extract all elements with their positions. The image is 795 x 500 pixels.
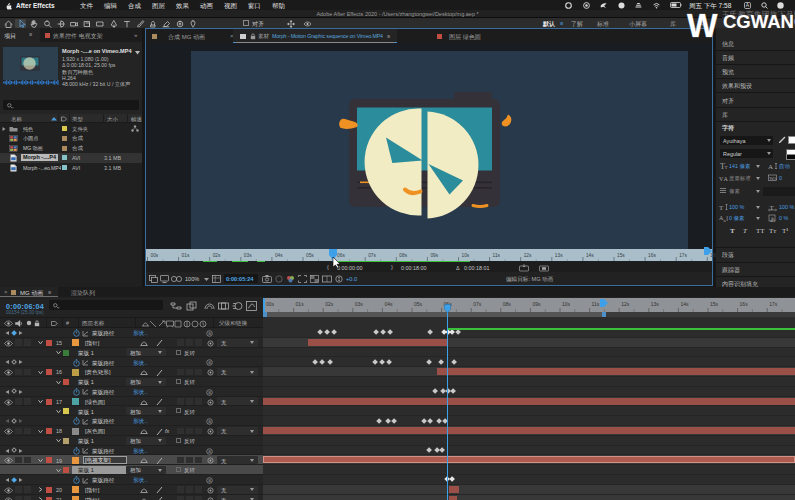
tab-mg-close-icon[interactable]: × <box>4 289 8 295</box>
layer-duration-bar-19[interactable] <box>263 456 795 463</box>
project-item-label[interactable] <box>62 165 67 170</box>
layer-switch-cell-1[interactable] <box>177 398 184 405</box>
layer-label-square[interactable] <box>46 340 52 346</box>
tab-mg-menu-icon[interactable]: ≡ <box>48 289 51 295</box>
layer-switch-cell-1[interactable] <box>177 486 184 493</box>
layer-label-square[interactable] <box>46 369 52 375</box>
kf-nav-diamond[interactable] <box>11 359 17 365</box>
layer-duration-bar-16[interactable] <box>437 368 795 375</box>
mask-invert-checkbox[interactable] <box>176 350 181 355</box>
layer-solo-cell[interactable] <box>24 428 31 435</box>
layer-switch-cell-2[interactable] <box>186 428 193 435</box>
kf-nav-diamond[interactable] <box>11 477 17 483</box>
project-row-纯色[interactable]: 纯色文件夹 <box>0 124 142 134</box>
fill-color-swatch[interactable] <box>788 136 795 144</box>
align-checkbox[interactable] <box>243 20 249 26</box>
all-caps-button[interactable]: TT <box>756 227 765 235</box>
zoom-level-value[interactable]: 100% <box>185 276 199 282</box>
mask-label-square[interactable] <box>63 379 69 385</box>
layer-label-square[interactable] <box>46 399 52 405</box>
layer-solo-cell[interactable] <box>24 457 31 464</box>
layer-label-square[interactable] <box>46 457 52 463</box>
tab-effect-controls[interactable]: 效果控件 电视支架 <box>53 32 103 41</box>
layer-label-square[interactable] <box>46 497 52 500</box>
leading-value[interactable]: 自动 <box>779 163 790 170</box>
layer-switch-cell-1[interactable] <box>177 339 184 346</box>
project-row-Morph -...eo.MP4[interactable]: Morph -...eo.MP4AVI3.1 MB <box>0 163 142 173</box>
mask-label-square[interactable] <box>63 350 69 356</box>
tab-layer[interactable]: 图层 绿色圆 <box>449 33 481 42</box>
layer-row-left-16[interactable]: 20[指针]无 <box>0 485 263 495</box>
layer-switch-cell-3[interactable] <box>195 496 202 500</box>
column-size-label[interactable]: 大小 <box>107 116 118 123</box>
layer-row-left-1[interactable]: 15[指针]无 <box>0 338 263 348</box>
layer-solo-cell[interactable] <box>24 496 31 500</box>
layer-solo-cell[interactable] <box>24 369 31 376</box>
layer-audio-cell[interactable] <box>15 496 22 500</box>
layer-duration-bar-20[interactable] <box>449 486 459 493</box>
tab-project-menu-icon[interactable]: ≡ <box>29 31 32 37</box>
layer-row-left-13[interactable]: 19[电视支架]无 <box>0 455 263 465</box>
column-last-label[interactable]: 帧速 <box>131 116 142 123</box>
timeline-search-well[interactable] <box>49 300 163 310</box>
layer-audio-cell[interactable] <box>15 369 22 376</box>
layer-audio-cell[interactable] <box>15 486 22 493</box>
layer-label-square[interactable] <box>46 428 52 434</box>
mask-label-square[interactable] <box>63 408 69 414</box>
vertical-scale-value[interactable]: 100 % <box>729 204 744 210</box>
faux-bold-button[interactable]: T <box>730 227 735 235</box>
workspace-menu-icon[interactable]: ≡ <box>560 20 563 26</box>
duration-value[interactable]: 0:00:18:01 <box>464 265 489 271</box>
layer-audio-cell[interactable] <box>15 339 22 346</box>
layer-solo-cell[interactable] <box>24 339 31 346</box>
project-item-label[interactable] <box>62 126 67 131</box>
kern-amount-value[interactable]: 0 <box>779 175 782 181</box>
layer-label-square[interactable] <box>46 487 52 493</box>
layer-audio-cell[interactable] <box>15 428 22 435</box>
project-item-label[interactable] <box>62 155 67 160</box>
project-row-Morph -....P4[interactable]: Morph -....P4AVI3.1 MB <box>0 153 142 163</box>
column-name-label[interactable]: 名称 <box>11 116 22 123</box>
layer-switch-cell-3[interactable] <box>195 339 202 346</box>
kf-nav-diamond[interactable] <box>11 389 17 395</box>
layer-switch-cell-1[interactable] <box>177 496 184 500</box>
tsume-value[interactable]: 0 % <box>779 215 788 221</box>
mask-invert-checkbox[interactable] <box>176 438 181 443</box>
baseline-shift-value[interactable]: 0 像素 <box>729 215 744 222</box>
mask-label-square[interactable] <box>63 438 69 444</box>
layer-switch-cell-2[interactable] <box>186 457 193 464</box>
layer-duration-bar-18[interactable] <box>263 427 795 434</box>
project-item-label[interactable] <box>62 146 67 151</box>
project-row-小圆点[interactable]: 小圆点合成 <box>0 133 142 143</box>
tracking-extra-well[interactable] <box>763 187 795 196</box>
layer-switch-cell-3[interactable] <box>195 486 202 493</box>
layer-duration-bar-21[interactable] <box>449 496 457 500</box>
layer-row-left-17[interactable]: 21[指针]无 <box>0 495 263 500</box>
faux-italic-button[interactable]: T <box>743 227 747 235</box>
small-caps-button[interactable]: Tᴛ <box>769 227 776 235</box>
footage-timecode[interactable]: 0:00:05:24 <box>226 276 253 282</box>
menu-app-name[interactable]: After Effects <box>16 2 55 9</box>
kf-nav-diamond[interactable] <box>11 447 17 453</box>
layer-switch-cell-3[interactable] <box>195 428 202 435</box>
comp-playhead-line[interactable] <box>447 312 448 500</box>
layer-switch-cell-2[interactable] <box>186 496 193 500</box>
exposure-value[interactable]: +0.0 <box>346 276 357 282</box>
layer-solo-cell[interactable] <box>24 398 31 405</box>
layer-duration-bar-15[interactable] <box>308 339 447 346</box>
mask-invert-checkbox[interactable] <box>176 467 181 472</box>
layer-switch-cell-1[interactable] <box>177 428 184 435</box>
horizontal-scale-value[interactable]: 100 % <box>779 204 794 210</box>
stroke-swatch[interactable] <box>786 154 795 160</box>
layer-audio-cell[interactable] <box>15 457 22 464</box>
layer-duration-bar-17[interactable] <box>263 398 795 405</box>
layer-switch-cell-2[interactable] <box>186 398 193 405</box>
layer-switch-cell-1[interactable] <box>177 457 184 464</box>
column-type-label[interactable]: 类型 <box>72 116 83 123</box>
layer-switch-cell-2[interactable] <box>186 339 193 346</box>
mask-invert-checkbox[interactable] <box>176 379 181 384</box>
layer-switch-cell-3[interactable] <box>195 369 202 376</box>
layer-switch-cell-3[interactable] <box>195 398 202 405</box>
layer-switch-cell-1[interactable] <box>177 369 184 376</box>
layer-switch-cell-2[interactable] <box>186 486 193 493</box>
